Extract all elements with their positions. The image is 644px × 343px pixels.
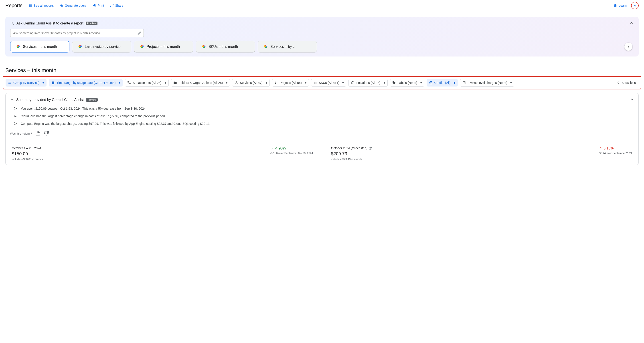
pencil-icon [138,31,141,35]
see-all-label: See all reports [34,4,54,7]
summary-card: Summary provided by Gemini Cloud Assist … [5,93,639,165]
thumbs-down-button[interactable] [44,131,49,136]
svg-rect-16 [128,81,128,82]
tag-icon [392,81,396,84]
gemini-input[interactable] [10,29,144,37]
gemini-title: Ask Gemini Cloud Assist to create a repo… [16,21,84,25]
insight-text: You spent $150.09 between Oct 1-23, 2024… [21,107,146,110]
summary-title: Summary provided by Gemini Cloud Assist [16,98,84,102]
filter-projects[interactable]: Projects (All 55) ▾ [272,79,309,86]
filter-label: Subaccounts (All 28) [133,81,161,84]
sparkle-icon [10,21,14,25]
collapse-icon [617,81,620,84]
dropdown-icon: ▾ [305,81,306,84]
dropdown-icon: ▾ [510,81,512,84]
filter-skus[interactable]: SKUs (All 411) ▾ [311,79,346,86]
hub-icon [234,81,238,84]
svg-point-37 [14,107,15,108]
suggestion-chip-invoice[interactable]: Last invoice by service [72,41,131,52]
svg-rect-28 [316,82,316,84]
learn-label: Learn [619,4,627,7]
chevron-right-icon [626,45,630,49]
dropdown-icon: ▾ [454,81,455,84]
forecast-amount: $209.73 [331,151,372,156]
filter-invoice[interactable]: Invoice level charges (None) ▾ [460,79,514,86]
filter-label: Folders & Organizations (All 28) [179,81,223,84]
suggestion-label: Services – this month [23,45,57,49]
actual-credits: includes -$30.03 in credits [12,158,43,161]
dropdown-icon: ▾ [266,81,267,84]
gcloud-icon [263,44,268,49]
actual-amount: $150.09 [12,151,43,156]
section-title: Services – this month [0,62,644,76]
map-icon [351,81,354,84]
svg-point-38 [14,115,15,115]
filter-labels[interactable]: Labels (None) ▾ [390,79,424,86]
forecast-change: 3.16% [599,146,632,150]
actual-period: October 1 – 23, 2024 [12,146,43,150]
filter-credits[interactable]: Credits (All) ▾ [426,79,458,86]
suggestion-label: Services – by c [270,45,294,49]
suggestion-chip-skus[interactable]: SKUs – this month [196,41,255,52]
filter-subaccounts[interactable]: Subaccounts (All 28) ▾ [125,79,168,86]
share-link[interactable]: Share [110,4,123,7]
suggestion-label: Last invoice by service [85,45,120,49]
suggestion-chip-services[interactable]: Services – this month [10,41,70,52]
share-label: Share [115,4,123,7]
print-icon [93,4,96,7]
filter-folders[interactable]: Folders & Organizations (All 28) ▾ [171,79,230,86]
sparkle-icon [10,98,14,102]
svg-point-18 [236,81,237,82]
filter-services[interactable]: Services (All 47) ▾ [232,79,270,86]
barcode-icon [314,81,317,84]
dropdown-icon: ▾ [165,81,166,84]
show-less-button[interactable]: Show less [614,79,638,86]
dots-icon [274,81,278,84]
collapse-gemini-button[interactable] [629,21,634,26]
gcloud-icon [140,44,144,49]
gift-icon [429,81,432,84]
suggestion-label: SKUs – this month [208,45,238,49]
generate-query-link[interactable]: Generate query [60,4,86,7]
print-label: Print [98,4,104,7]
dropdown-icon: ▾ [226,81,228,84]
dropdown-icon: ▾ [384,81,385,84]
svg-point-20 [237,83,238,84]
folder-icon [173,81,177,84]
dropdown-icon: ▾ [342,81,344,84]
filter-label: Credits (All) [434,81,450,84]
show-less-label: Show less [622,81,636,84]
forecast-change-sub: $6.44 over September 2024 [599,152,632,155]
svg-rect-25 [314,82,315,84]
suggestion-chip-projects[interactable]: Projects – this month [134,41,193,52]
collapse-side-button[interactable] [631,2,639,9]
magnify-icon [60,4,64,7]
gcloud-icon [78,44,82,49]
dropdown-icon: ▾ [118,81,120,84]
trend-icon [14,114,18,118]
thumbs-up-button[interactable] [36,131,40,136]
see-all-reports-link[interactable]: See all reports [29,4,54,7]
print-link[interactable]: Print [93,4,104,7]
filter-label: Projects (All 55) [280,81,302,84]
list-icon [29,4,32,7]
dropdown-icon: ▾ [420,81,422,84]
scroll-suggestions-button[interactable] [624,43,632,51]
filter-group-by[interactable]: Group by (Service) ▾ [6,79,46,86]
tree-icon [127,81,131,84]
help-icon[interactable] [369,147,372,150]
arrow-down-icon [270,147,274,150]
suggestion-chip-more[interactable]: Services – by c [258,41,317,52]
suggestion-label: Projects – this month [147,45,180,49]
preview-badge: Preview [86,21,98,25]
generate-label: Generate query [65,4,86,7]
gcloud-icon [16,44,21,49]
helpful-label: Was this helpful? [10,132,32,135]
filter-locations[interactable]: Locations (All 18) ▾ [348,79,388,86]
learn-link[interactable]: Learn [613,3,627,7]
insight-text: Cloud Run had the largest percentage cha… [21,114,166,118]
svg-point-23 [275,83,276,84]
collapse-summary-button[interactable] [630,97,634,102]
forecast-credits: includes -$43.49 in credits [331,158,372,161]
filter-time-range[interactable]: Time range by usage date (Current month)… [49,79,122,86]
